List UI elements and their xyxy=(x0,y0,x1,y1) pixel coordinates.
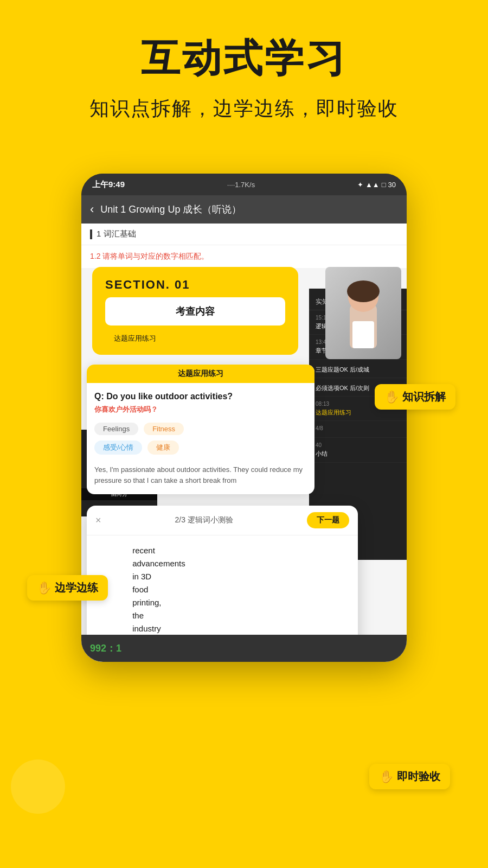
vocab-label: 1 词汇基础 xyxy=(97,229,136,239)
float-label-knowledge: ✋ 知识拆解 xyxy=(375,384,455,410)
top-section: 互动式学习 知识点拆解，边学边练，即时验收 xyxy=(0,0,488,138)
section-badge: 达题应用练习 xyxy=(105,331,165,346)
practice-opt-fitness-cn: 健康 xyxy=(147,441,179,455)
course-item-7-time: 40 xyxy=(316,442,400,448)
section-label: SECTION. 01 xyxy=(105,278,285,292)
bluetooth-icon: ✦ xyxy=(357,181,363,189)
knowledge-label-text: 知识拆解 xyxy=(402,390,446,404)
battery-level: 30 xyxy=(388,181,396,189)
float-label-practice: ✋ 边学边练 xyxy=(27,575,108,601)
phone-content: 1 词汇基础 1.2 请将单词与对应的数字相匹配。 SECTION. 01 考查… xyxy=(81,224,407,662)
practice-label-text: 边学边练 xyxy=(55,580,98,595)
course-item-7[interactable]: 40 小结 xyxy=(309,438,407,462)
course-item-5-name: 达题应用练习 xyxy=(316,409,400,416)
svg-rect-3 xyxy=(352,321,374,348)
status-right: ✦ ▲▲ □ 30 xyxy=(357,181,396,189)
sub-title: 知识点拆解，边学边练，即时验收 xyxy=(22,95,466,122)
teacher-figure-svg xyxy=(336,272,390,354)
course-item-3-name: 三题应题OK 后/成城 xyxy=(316,366,400,373)
practice-options-row: Feelings Fitness xyxy=(87,423,314,435)
teacher-thumbnail xyxy=(325,267,401,359)
practice-q-cn: 你喜欢户外活动吗？ xyxy=(94,405,307,414)
practice-opt-feelings-cn: 感受/心情 xyxy=(94,441,142,455)
nav-title: Unit 1 Growing Up 成长（听说） xyxy=(100,203,398,216)
nav-bar: ‹ Unit 1 Growing Up 成长（听说） xyxy=(81,195,407,224)
quiz-close-button[interactable]: × xyxy=(95,515,101,526)
hand-wave-icon-2: ✋ xyxy=(37,581,52,595)
float-label-verify: ✋ 即时验收 xyxy=(369,764,450,789)
quiz-next-button[interactable]: 下一题 xyxy=(307,512,349,528)
quiz-progress: 2/3 逻辑词小测验 xyxy=(175,515,233,525)
main-title: 互动式学习 xyxy=(22,33,466,85)
practice-opt-feelings: Feelings xyxy=(94,423,138,435)
bottom-counter: 992：1 xyxy=(90,642,121,655)
back-button[interactable]: ‹ xyxy=(90,202,94,216)
section-content: 考查内容 xyxy=(105,297,285,326)
wifi-icon: ▲▲ xyxy=(365,181,380,189)
section-sub-label: 1.2 请将单词与对应的数字相匹配。 xyxy=(90,252,209,260)
practice-q-text: Q: Do you like outdoor activities? xyxy=(94,391,307,403)
practice-header: 达题应用练习 xyxy=(87,365,314,383)
vocab-header: 1 词汇基础 xyxy=(81,224,407,245)
course-item-6-time: 4/8 xyxy=(316,425,400,431)
practice-opt-fitness: Fitness xyxy=(144,423,184,435)
svg-point-2 xyxy=(347,280,380,302)
course-item-6[interactable]: 4/8 xyxy=(309,421,407,438)
vocab-marker xyxy=(90,229,92,239)
quiz-header: × 2/3 逻辑词小测验 下一题 xyxy=(87,506,358,535)
practice-answer-text: Yes, I'm passionate about outdoor activi… xyxy=(87,460,314,495)
section-1-2: 1.2 请将单词与对应的数字相匹配。 xyxy=(81,245,407,268)
practice-options-cn-row: 感受/心情 健康 xyxy=(87,441,314,455)
hand-wave-icon-1: ✋ xyxy=(384,390,399,404)
status-time: 上午9:49 xyxy=(92,180,125,190)
bottom-bar: 992：1 xyxy=(81,635,407,662)
course-item-3[interactable]: 三题应题OK 后/成城 xyxy=(309,360,407,378)
status-network: ····1.7K/s xyxy=(227,181,255,189)
practice-question: Q: Do you like outdoor activities? 你喜欢户外… xyxy=(87,383,314,423)
phone-mockup: 上午9:49 ····1.7K/s ✦ ▲▲ □ 30 ‹ Unit 1 Gro… xyxy=(81,174,407,662)
course-item-7-name: 小结 xyxy=(316,450,400,457)
status-bar: 上午9:49 ····1.7K/s ✦ ▲▲ □ 30 xyxy=(81,174,407,195)
section-content-text: 考查内容 xyxy=(176,306,215,317)
section-card: SECTION. 01 考查内容 达题应用练习 xyxy=(92,267,298,355)
battery-icon: □ xyxy=(382,181,386,189)
verify-label-text: 即时验收 xyxy=(397,769,440,784)
hand-wave-icon-3: ✋ xyxy=(379,770,394,784)
bg-decoration-circle-3 xyxy=(11,760,65,814)
practice-card: 达题应用练习 Q: Do you like outdoor activities… xyxy=(87,365,314,494)
